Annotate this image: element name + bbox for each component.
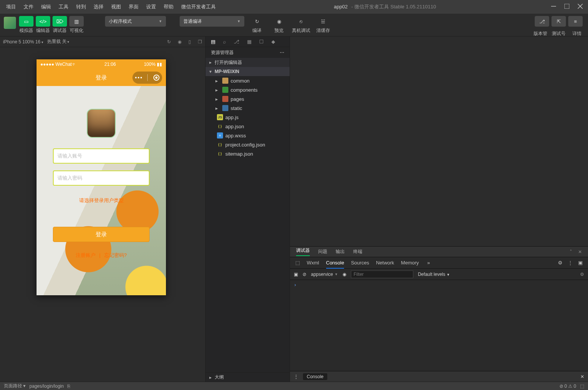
file-sitemap-json[interactable]: { }sitemap.json bbox=[206, 149, 290, 158]
folder-static[interactable]: ▸static bbox=[206, 103, 290, 113]
docker-icon[interactable]: ◆ bbox=[271, 39, 275, 45]
capsule-button[interactable] bbox=[132, 72, 162, 84]
levels-select[interactable]: Default levels ▼ bbox=[418, 272, 450, 277]
open-editors-section[interactable]: ▸打开的编辑器 bbox=[206, 58, 290, 67]
inspect-icon[interactable]: ⬚ bbox=[295, 260, 300, 266]
right-pane: 调试器 问题 输出 终端 ˄ ✕ ⬚ Wxml Console Sources … bbox=[290, 37, 588, 382]
file-app-json[interactable]: { }app.json bbox=[206, 122, 290, 131]
record-icon[interactable]: ◉ bbox=[178, 39, 182, 45]
menu-view[interactable]: 视图 bbox=[108, 2, 124, 12]
file-project-config-json[interactable]: { }project.config.json bbox=[206, 140, 290, 149]
phone-statusbar: ●●●●● WeChatᯤ 21:06 100% ▮▮ bbox=[37, 59, 166, 69]
git-icon[interactable]: ⎇ bbox=[234, 39, 239, 45]
project-section[interactable]: ▾MP-WEIXIN bbox=[206, 67, 290, 76]
device-icon[interactable]: ▯ bbox=[188, 39, 191, 45]
clear-cache-button[interactable]: ☱ 清缓存 bbox=[314, 16, 333, 34]
maximize-button[interactable] bbox=[564, 4, 569, 10]
remote-debug-button[interactable]: ⎋ 真机调试 bbox=[292, 16, 311, 34]
drawer-menu-icon[interactable]: ⋮ bbox=[294, 374, 298, 379]
drawer-close-icon[interactable]: ✕ bbox=[580, 374, 584, 379]
tab-debugger[interactable]: 调试器 bbox=[296, 247, 310, 256]
page-path-value: pages/login/login bbox=[29, 384, 64, 389]
details-button[interactable]: ≡ bbox=[568, 16, 583, 27]
settings-gear-icon[interactable]: ⚙ bbox=[558, 260, 563, 266]
popout-icon[interactable]: ❐ bbox=[198, 39, 202, 45]
debugger-toggle[interactable]: ⌦ bbox=[53, 16, 67, 27]
refresh-icon: ↻ bbox=[255, 16, 259, 27]
login-button[interactable]: 登录 bbox=[53, 227, 150, 242]
main-area: iPhone 5 100% 16 热重载 关 ↻ ◉ ▯ ❐ ●●●●● WeC… bbox=[0, 37, 588, 382]
filter-input[interactable] bbox=[351, 271, 413, 278]
menu-settings[interactable]: 设置 bbox=[143, 2, 159, 12]
tab-network[interactable]: Network bbox=[376, 260, 394, 266]
hotreload-select[interactable]: 热重载 关 bbox=[47, 38, 70, 45]
menu-project[interactable]: 项目 bbox=[3, 2, 19, 12]
clear-icon[interactable]: ⊘ bbox=[303, 272, 306, 277]
tabs-overflow-icon[interactable]: » bbox=[427, 260, 430, 266]
close-button[interactable] bbox=[578, 4, 583, 10]
version-button[interactable]: ⎇ bbox=[535, 16, 549, 27]
console-filter-bar: ▣ ⊘ appservice▼ ◉ Default levels ▼ ⚙ bbox=[290, 269, 588, 280]
live-icon[interactable]: ◉ bbox=[343, 272, 346, 277]
status-bar: 页面路径 ▾ pages/login/login ⎘ ⊘ 0 ⚠ 0 ⬚ bbox=[0, 382, 588, 390]
reload-icon[interactable]: ↻ bbox=[167, 39, 171, 45]
tab-problems[interactable]: 问题 bbox=[318, 248, 327, 255]
scene-icon[interactable]: ⬚ bbox=[580, 384, 584, 389]
tab-memory[interactable]: Memory bbox=[401, 260, 419, 266]
search-icon[interactable]: ⌕ bbox=[223, 39, 226, 45]
password-input[interactable]: 请输入密码 bbox=[53, 170, 150, 186]
folder-pages[interactable]: ▸pages bbox=[206, 94, 290, 103]
menu-goto[interactable]: 转到 bbox=[73, 2, 89, 12]
menu-ui[interactable]: 界面 bbox=[126, 2, 142, 12]
menu-tools[interactable]: 工具 bbox=[56, 2, 72, 12]
nav-title: 登录 bbox=[96, 74, 107, 81]
page-path-label[interactable]: 页面路径 ▾ bbox=[4, 383, 25, 389]
file-app-js[interactable]: JSapp.js bbox=[206, 113, 290, 122]
tab-console[interactable]: Console bbox=[326, 260, 344, 266]
explorer-title: 资源管理器 ⋯ bbox=[206, 47, 290, 58]
compile-button[interactable]: ↻ 编译 bbox=[247, 16, 266, 34]
mode-combo[interactable]: 小程序模式▼ bbox=[105, 16, 166, 27]
console-settings-icon[interactable]: ⚙ bbox=[580, 272, 584, 277]
menu-file[interactable]: 文件 bbox=[21, 2, 37, 12]
minimize-button[interactable] bbox=[551, 4, 556, 10]
context-select[interactable]: appservice▼ bbox=[311, 272, 338, 277]
tab-wxml[interactable]: Wxml bbox=[307, 260, 319, 266]
panel-close-icon[interactable]: ✕ bbox=[578, 249, 582, 255]
file-app-wxss[interactable]: ≡app.wxss bbox=[206, 131, 290, 140]
outline-section[interactable]: ▸大纲 bbox=[206, 372, 290, 382]
forgot-link[interactable]: 忘记密码? bbox=[104, 252, 127, 258]
menu-edit[interactable]: 编辑 bbox=[38, 2, 54, 12]
console-body[interactable]: › bbox=[290, 280, 588, 371]
preview-button[interactable]: ◉ 预览 bbox=[269, 16, 288, 34]
test-account-button[interactable]: ⇱ bbox=[551, 16, 566, 27]
compile-combo[interactable]: 普通编译▼ bbox=[180, 16, 244, 27]
dock-icon[interactable]: ▣ bbox=[578, 260, 583, 266]
menu-help[interactable]: 帮助 bbox=[161, 2, 177, 12]
play-icon[interactable]: ▣ bbox=[294, 272, 298, 277]
tab-sources[interactable]: Sources bbox=[351, 260, 369, 266]
folder-components[interactable]: ▸components bbox=[206, 85, 290, 94]
panel-collapse-icon[interactable]: ˄ bbox=[570, 249, 572, 255]
tab-terminal[interactable]: 终端 bbox=[353, 248, 362, 255]
user-type-hint[interactable]: 请选择登录用户类型 bbox=[79, 197, 124, 204]
extensions-icon[interactable]: ▦ bbox=[247, 39, 252, 45]
explorer-more-icon[interactable]: ⋯ bbox=[280, 50, 284, 55]
drawer-console-tab[interactable]: Console bbox=[303, 373, 327, 380]
copy-path-icon[interactable]: ⎘ bbox=[67, 384, 70, 389]
folder-common[interactable]: ▸common bbox=[206, 76, 290, 85]
device-select[interactable]: iPhone 5 100% 16 bbox=[3, 39, 43, 45]
simulator-toggle[interactable]: ▭ bbox=[19, 16, 33, 27]
username-input[interactable]: 请输入账号 bbox=[53, 148, 150, 164]
editor-toggle[interactable]: </> bbox=[36, 16, 50, 27]
explorer-icon[interactable]: ▤ bbox=[211, 39, 215, 45]
register-link[interactable]: 注册账户 bbox=[76, 252, 96, 258]
menu-select[interactable]: 选择 bbox=[91, 2, 107, 12]
user-avatar[interactable] bbox=[4, 17, 16, 29]
errors-warnings[interactable]: ⊘ 0 ⚠ 0 bbox=[559, 384, 576, 389]
tab-output[interactable]: 输出 bbox=[336, 248, 345, 255]
menu-wxdev[interactable]: 微信开发者工具 bbox=[178, 2, 219, 12]
kebab-icon[interactable]: ⋮ bbox=[568, 260, 573, 266]
visual-toggle[interactable]: ▥ bbox=[69, 16, 84, 27]
bookmark-icon[interactable]: ☐ bbox=[259, 39, 264, 45]
